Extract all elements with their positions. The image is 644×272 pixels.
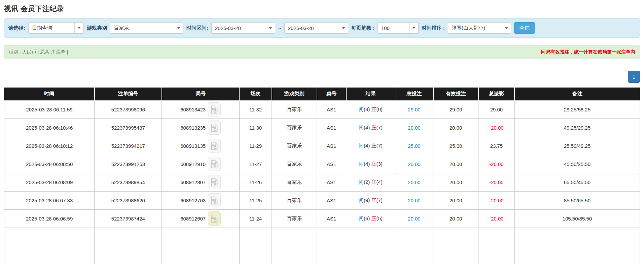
table-row[interactable]: 2025-03-28 06:08:50522373991253608912910… — [4, 155, 640, 173]
video-replay-button[interactable] — [208, 193, 221, 207]
date-to-picker[interactable]: 2025-03-28 — [284, 22, 348, 34]
table-row[interactable]: 2025-03-28 06:10:12522373994217608913135… — [4, 137, 640, 155]
cell-table-no: AS1 — [317, 191, 346, 209]
result-player-label: 闲 — [359, 161, 364, 167]
cell-remark: 49.25/29.25 — [514, 118, 640, 137]
result-banker-value: (0) — [377, 106, 383, 112]
cell-bet-id: 522373988620 — [95, 191, 162, 209]
total-bet-link[interactable]: 20.00 — [408, 216, 421, 222]
video-file-icon — [211, 124, 218, 132]
cell-session: 11-32 — [239, 100, 272, 118]
round-id-value: 608912807 — [180, 179, 206, 185]
total-row-empty-round — [162, 246, 239, 264]
video-file-icon — [211, 142, 218, 150]
total-bet-link[interactable]: 20.00 — [408, 125, 421, 131]
subtotal-row-remark — [514, 228, 640, 246]
cell-valid-bet: 20.00 — [433, 118, 478, 137]
result-player-label: 闲 — [359, 106, 364, 112]
cell-total-bet: 20.00 — [395, 155, 433, 173]
table-row[interactable]: 2025-03-28 06:08:09522373989854608912807… — [4, 173, 640, 191]
chevron-down-icon[interactable] — [266, 23, 275, 33]
video-replay-button[interactable] — [208, 211, 221, 226]
cell-table-no: AS1 — [317, 209, 346, 228]
cell-result: 闲(9) 庄(7) — [346, 191, 395, 209]
search-button[interactable]: 查询 — [514, 22, 535, 34]
video-replay-button[interactable] — [208, 102, 221, 116]
result-player-value: (4) — [364, 161, 370, 167]
game-type-label: 游戏类别 — [87, 25, 107, 31]
result-player-value: (4) — [364, 143, 370, 148]
date-to-value: 2025-03-28 — [285, 23, 339, 33]
subtotal-row-count: 7 — [95, 228, 162, 246]
result-player-label: 闲 — [359, 125, 364, 130]
total-bet-link[interactable]: 20.00 — [408, 179, 421, 185]
cell-round-id: 608912910 — [162, 155, 239, 173]
cell-time: 2025-03-28 06:07:33 — [4, 191, 95, 209]
result-banker-label: 庄 — [371, 179, 377, 185]
video-file-icon — [211, 196, 218, 205]
cell-remark: 45.50/25.50 — [514, 155, 640, 173]
chevron-down-icon[interactable] — [339, 23, 348, 33]
video-replay-button[interactable] — [208, 121, 221, 135]
chevron-down-icon[interactable] — [174, 23, 183, 33]
table-row[interactable]: 2025-03-28 06:11:59522373998096608913423… — [4, 100, 640, 118]
result-player-value: (2) — [364, 179, 370, 185]
total-bet-link[interactable]: 29.00 — [408, 107, 421, 112]
total-row-total-bet: 154.00 — [395, 246, 433, 264]
round-id-value: 608913235 — [180, 125, 206, 131]
total-bet-link[interactable]: 20.00 — [408, 198, 421, 203]
result-player-value: (9) — [364, 197, 370, 203]
column-header-3: 场次 — [239, 88, 272, 100]
cell-result: 闲(4) 庄(3) — [346, 155, 395, 173]
cell-bet-id: 522373989854 — [95, 173, 162, 191]
video-replay-button[interactable] — [208, 139, 221, 153]
cell-game-type: 百家乐 — [272, 173, 317, 191]
table-row[interactable]: 2025-03-28 06:06:59522373987424608912607… — [4, 209, 640, 228]
cell-total-bet: 20.00 — [395, 118, 433, 137]
total-row-remark — [514, 246, 640, 264]
result-banker-label: 庄 — [371, 215, 377, 221]
chevron-down-icon[interactable] — [74, 23, 83, 33]
game-type-dropdown[interactable]: 百家乐 — [110, 22, 183, 34]
time-sort-dropdown[interactable]: 降幂(由大到小) — [448, 22, 511, 34]
cell-remark: 65.50/45.50 — [514, 173, 640, 191]
time-range-label: 时间区间: — [186, 25, 208, 31]
cell-valid-bet: 29.00 — [433, 100, 478, 118]
query-type-value: 日期查询 — [29, 23, 74, 33]
date-from-picker[interactable]: 2025-03-28 — [211, 22, 275, 34]
result-banker-value: (7) — [377, 125, 383, 130]
round-id-wrap: 608913135 — [180, 139, 221, 153]
subtotal-row-empty-result — [346, 228, 395, 246]
result-player-label: 闲 — [359, 197, 364, 203]
page-1-button[interactable]: 1 — [628, 71, 640, 83]
video-replay-button[interactable] — [208, 157, 221, 171]
result-player-value: (6) — [364, 215, 370, 221]
chevron-down-icon[interactable] — [502, 23, 511, 33]
time-sort-label: 时间排序 : — [422, 25, 445, 31]
query-type-dropdown[interactable]: 日期查询 — [28, 22, 84, 34]
total-row-empty-table — [317, 246, 346, 264]
subtotal-row-empty-round — [162, 228, 239, 246]
cell-round-id: 608912807 — [162, 173, 239, 191]
cell-session: 11-26 — [239, 173, 272, 191]
cell-table-no: AS1 — [317, 173, 346, 191]
table-row[interactable]: 2025-03-28 06:07:33522373988620608912703… — [4, 191, 640, 209]
result-player-value: (4) — [364, 125, 370, 130]
result-banker-label: 庄 — [371, 197, 377, 203]
cell-valid-bet: 20.00 — [433, 155, 478, 173]
table-row[interactable]: 2025-03-28 06:10:46522373995437608913235… — [4, 118, 640, 137]
cell-time: 2025-03-28 06:08:09 — [4, 173, 95, 191]
cell-round-id: 608912607 — [162, 209, 239, 228]
result-banker-label: 庄 — [371, 106, 377, 112]
chevron-down-icon[interactable] — [409, 23, 418, 33]
page-size-dropdown[interactable]: 100 — [378, 22, 419, 34]
cell-session: 11-30 — [239, 118, 272, 137]
cell-total-bet: 20.00 — [395, 191, 433, 209]
total-bet-link[interactable]: 25.00 — [408, 143, 421, 149]
column-header-6: 结果 — [346, 88, 395, 100]
cell-total-bet: 25.00 — [395, 137, 433, 155]
cell-time: 2025-03-28 06:10:46 — [4, 118, 95, 137]
video-replay-button[interactable] — [208, 175, 221, 189]
total-bet-link[interactable]: 20.00 — [408, 161, 421, 167]
cell-payout: 23.75 — [478, 137, 515, 155]
